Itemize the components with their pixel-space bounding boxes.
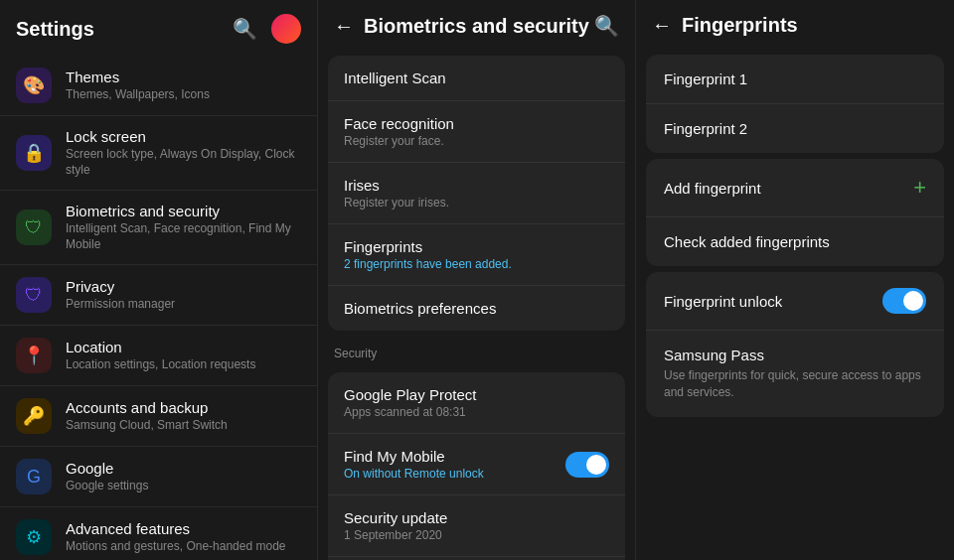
biometrics-card: Intelligent ScanFace recognitionRegister…	[328, 56, 625, 331]
privacy-icon: 🛡	[16, 277, 52, 313]
fingerprint-actions-card: Add fingerprint+Check added fingerprints	[646, 159, 944, 266]
menu-item-title-fingerprints: Fingerprints	[344, 238, 609, 255]
biometrics-title: Biometrics and security	[66, 203, 301, 219]
fingerprint-unlock-toggle[interactable]	[882, 288, 926, 314]
menu-item-irises[interactable]: IrisesRegister your irises.	[328, 163, 625, 224]
settings-item-location[interactable]: 📍LocationLocation settings, Location req…	[0, 326, 317, 386]
check-fingerprints-label: Check added fingerprints	[664, 233, 926, 250]
fingerprint-item-fingerprint_2[interactable]: Fingerprint 2	[646, 104, 944, 153]
lock_screen-subtitle: Screen lock type, Always On Display, Clo…	[66, 147, 301, 178]
search-icon[interactable]: 🔍	[233, 17, 257, 41]
fingerprint-unlock-label: Fingerprint unlock	[664, 293, 782, 310]
search-icon-middle[interactable]: 🔍	[594, 14, 619, 38]
settings-item-lock_screen[interactable]: 🔒Lock screenScreen lock type, Always On …	[0, 116, 317, 191]
themes-subtitle: Themes, Wallpapers, Icons	[66, 87, 301, 103]
menu-item-title-irises: Irises	[344, 177, 609, 194]
security-item-google_play_protect[interactable]: Google Play ProtectApps scanned at 08:31	[328, 372, 625, 434]
settings-title: Settings	[16, 18, 94, 41]
fingerprints-panel: ← Fingerprints Fingerprint 1Fingerprint …	[636, 0, 954, 560]
security-item-title-google_play_protect: Google Play Protect	[344, 386, 476, 403]
themes-icon: 🎨	[16, 68, 52, 103]
avatar[interactable]	[271, 14, 301, 44]
lock_screen-icon: 🔒	[16, 135, 52, 171]
advanced-icon: ⚙	[16, 519, 52, 555]
menu-item-intelligent_scan[interactable]: Intelligent Scan	[328, 56, 625, 101]
settings-panel: Settings 🔍 🎨ThemesThemes, Wallpapers, Ic…	[0, 0, 318, 560]
google-title: Google	[66, 460, 301, 477]
settings-item-accounts[interactable]: 🔑Accounts and backupSamsung Cloud, Smart…	[0, 386, 317, 447]
accounts-subtitle: Samsung Cloud, Smart Switch	[66, 418, 301, 434]
settings-header-icons: 🔍	[233, 14, 301, 44]
biometrics-header: ← Biometrics and security 🔍	[318, 0, 635, 50]
settings-list: 🎨ThemesThemes, Wallpapers, Icons🔒Lock sc…	[0, 56, 317, 560]
security-item-title-security_update: Security update	[344, 509, 447, 526]
settings-item-google[interactable]: GGoogleGoogle settings	[0, 447, 317, 507]
fingerprint-label-fingerprint_2: Fingerprint 2	[664, 120, 926, 137]
location-icon: 📍	[16, 338, 52, 373]
add-fingerprint-label: Add fingerprint	[664, 180, 761, 197]
biometrics-security-panel: ← Biometrics and security 🔍 Intelligent …	[318, 0, 636, 560]
menu-item-title-face_recognition: Face recognition	[344, 115, 609, 132]
back-title-group: ← Biometrics and security	[334, 15, 589, 38]
security-item-security_update[interactable]: Security update1 September 2020	[328, 495, 625, 557]
add-fingerprint-icon: +	[913, 175, 926, 201]
fingerprints-title: Fingerprints	[682, 14, 798, 37]
security-card: Google Play ProtectApps scanned at 08:31…	[328, 372, 625, 560]
privacy-title: Privacy	[66, 278, 301, 295]
menu-item-subtitle-irises: Register your irises.	[344, 196, 609, 210]
fingerprint-label-fingerprint_1: Fingerprint 1	[664, 70, 926, 87]
fingerprint-list: Fingerprint 1Fingerprint 2 Add fingerpri…	[636, 49, 954, 560]
accounts-icon: 🔑	[16, 398, 52, 434]
fingerprint-unlock-item[interactable]: Fingerprint unlock	[646, 272, 944, 331]
google-icon: G	[16, 459, 52, 494]
settings-item-advanced[interactable]: ⚙Advanced featuresMotions and gestures, …	[0, 507, 317, 560]
security-item-title-find_my_mobile: Find My Mobile	[344, 448, 484, 465]
settings-header: Settings 🔍	[0, 0, 317, 56]
menu-item-subtitle-fingerprints: 2 fingerprints have been added.	[344, 257, 609, 271]
menu-item-fingerprints[interactable]: Fingerprints2 fingerprints have been add…	[328, 224, 625, 286]
menu-item-title-intelligent_scan: Intelligent Scan	[344, 70, 609, 86]
add-fingerprint-item[interactable]: Add fingerprint+	[646, 159, 944, 217]
menu-item-subtitle-face_recognition: Register your face.	[344, 134, 609, 148]
samsung-pass-desc: Use fingerprints for quick, secure acces…	[664, 367, 926, 401]
lock_screen-title: Lock screen	[66, 128, 301, 145]
biometrics-menu-list: Intelligent ScanFace recognitionRegister…	[318, 50, 635, 560]
fingerprint-item-fingerprint_1[interactable]: Fingerprint 1	[646, 55, 944, 104]
advanced-subtitle: Motions and gestures, One-handed mode	[66, 539, 301, 555]
biometrics-title: Biometrics and security	[364, 15, 589, 38]
fingerprints-back-button[interactable]: ←	[652, 14, 672, 37]
security-item-subtitle-google_play_protect: Apps scanned at 08:31	[344, 405, 476, 419]
samsung-pass-label: Samsung Pass	[664, 347, 926, 363]
security-item-subtitle-security_update: 1 September 2020	[344, 528, 447, 542]
location-subtitle: Location settings, Location requests	[66, 357, 301, 373]
fingerprints-card: Fingerprint 1Fingerprint 2	[646, 55, 944, 153]
menu-item-title-biometrics_preferences: Biometrics preferences	[344, 300, 609, 317]
toggle-find_my_mobile[interactable]	[565, 452, 609, 478]
accounts-title: Accounts and backup	[66, 399, 301, 416]
security-item-subtitle-find_my_mobile: On without Remote unlock	[344, 467, 484, 481]
advanced-title: Advanced features	[66, 520, 301, 537]
biometrics-icon: 🛡	[16, 210, 52, 245]
fingerprints-header: ← Fingerprints	[636, 0, 954, 49]
samsung-pass-item[interactable]: Samsung PassUse fingerprints for quick, …	[646, 331, 944, 417]
security-section-label: Security	[318, 337, 635, 366]
check-fingerprints-item[interactable]: Check added fingerprints	[646, 217, 944, 266]
samsung-pass-card: Fingerprint unlockSamsung PassUse finger…	[646, 272, 944, 417]
fingerprints-back-title: ← Fingerprints	[652, 14, 798, 37]
themes-title: Themes	[66, 69, 301, 85]
biometrics-subtitle: Intelligent Scan, Face recognition, Find…	[66, 221, 301, 252]
settings-item-biometrics[interactable]: 🛡Biometrics and securityIntelligent Scan…	[0, 191, 317, 265]
security-item-find_my_mobile[interactable]: Find My MobileOn without Remote unlock	[328, 434, 625, 495]
settings-item-themes[interactable]: 🎨ThemesThemes, Wallpapers, Icons	[0, 56, 317, 116]
menu-item-biometrics_preferences[interactable]: Biometrics preferences	[328, 286, 625, 331]
menu-item-face_recognition[interactable]: Face recognitionRegister your face.	[328, 101, 625, 163]
privacy-subtitle: Permission manager	[66, 297, 301, 313]
back-button[interactable]: ←	[334, 15, 354, 38]
settings-item-privacy[interactable]: 🛡PrivacyPermission manager	[0, 265, 317, 326]
location-title: Location	[66, 339, 301, 355]
google-subtitle: Google settings	[66, 479, 301, 494]
